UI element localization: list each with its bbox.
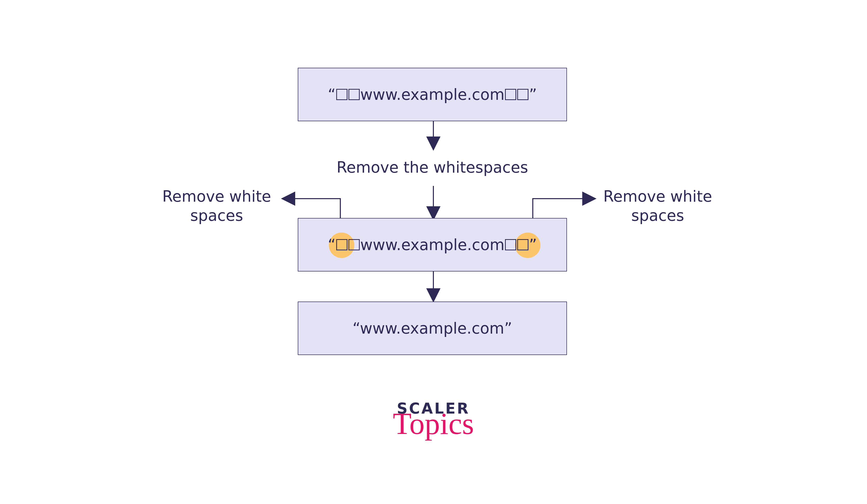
whitespace-icon <box>349 239 360 250</box>
brand-logo: SCALER Topics <box>382 400 484 438</box>
side-label-left: Remove white spaces <box>153 187 280 225</box>
whitespace-icon <box>336 89 347 100</box>
whitespace-icon <box>505 239 516 250</box>
input-string-box: “www.example.com” <box>298 68 567 121</box>
url-text: www.example.com <box>360 236 504 254</box>
result-string-text: “www.example.com” <box>353 319 512 337</box>
whitespace-icon <box>517 89 528 100</box>
side-label-right: Remove white spaces <box>594 187 721 225</box>
result-string-box: “www.example.com” <box>298 302 567 355</box>
diagram-canvas: “www.example.com” Remove the whitespaces… <box>0 0 867 504</box>
trim-in-progress-box: “www.example.com” <box>298 218 567 272</box>
url-text: www.example.com <box>360 86 504 103</box>
whitespace-icon <box>336 239 347 250</box>
trim-string-text: “www.example.com” <box>328 236 537 254</box>
whitespace-icon <box>349 89 360 100</box>
whitespace-icon <box>517 239 528 250</box>
input-string-text: “www.example.com” <box>328 86 537 103</box>
step-label: Remove the whitespaces <box>298 158 567 177</box>
whitespace-icon <box>505 89 516 100</box>
logo-line2: Topics <box>382 410 484 438</box>
